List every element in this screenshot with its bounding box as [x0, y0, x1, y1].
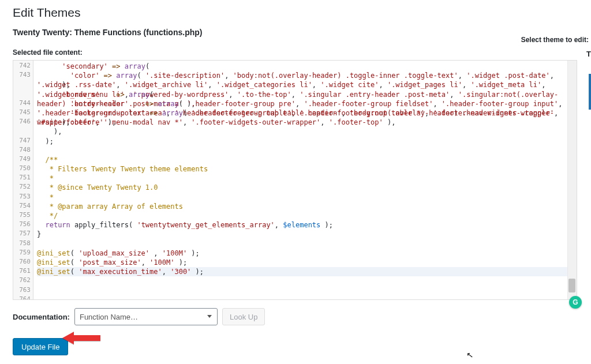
grammarly-icon[interactable]: G — [569, 296, 582, 309]
side-indicator — [589, 74, 591, 110]
line-gutter: 7427437447457467477487497507517527537547… — [13, 61, 33, 299]
theme-select-label: Select theme to edit: — [521, 36, 589, 44]
code-editor[interactable]: 7427437447457467477487497507517527537547… — [13, 60, 577, 300]
page-title: Edit Themes — [13, 6, 579, 20]
update-file-button[interactable]: Update File — [13, 338, 68, 355]
editor-scrollbar[interactable] — [567, 61, 577, 299]
selected-file-label: Selected file content: — [13, 48, 579, 57]
code-area[interactable]: 'secondary' => array( 'color' => array( … — [33, 61, 577, 299]
theme-files-letter: T — [586, 50, 591, 58]
scrollbar-thumb[interactable] — [568, 279, 575, 292]
file-heading: Twenty Twenty: Theme Functions (function… — [13, 28, 579, 37]
documentation-select[interactable]: Function Name… — [74, 308, 218, 325]
cursor-icon: ↖ — [466, 350, 474, 360]
documentation-label: Documentation: — [13, 313, 70, 321]
lookup-button[interactable]: Look Up — [222, 308, 265, 325]
